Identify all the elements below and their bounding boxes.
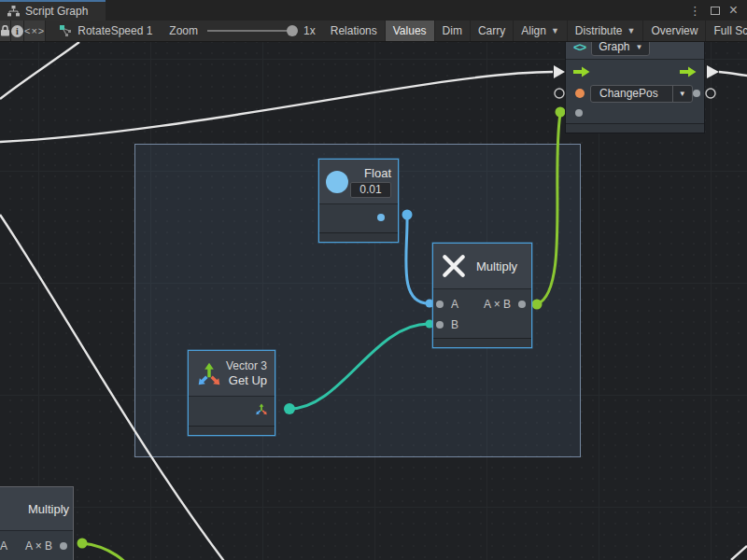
code-preview-button[interactable]: <×>: [24, 21, 46, 41]
node-header: Vector 3 Get Up: [189, 351, 275, 397]
vector3-axes-icon: [194, 358, 224, 388]
tab-bar: Script Graph ⋮ ×: [0, 0, 747, 21]
node-header: Multiply: [433, 244, 531, 289]
toolbar-button-distribute[interactable]: Distribute▼: [568, 21, 644, 41]
input-port-a[interactable]: [436, 301, 444, 308]
toolbar-button-fullscreen[interactable]: Full Screen: [706, 21, 747, 41]
node-title: Get Up: [229, 373, 267, 387]
wire-white-into-graph-node[interactable]: [0, 72, 553, 142]
output-port-row: [319, 207, 398, 228]
float-value-input[interactable]: 0.01: [350, 182, 391, 198]
chevron-down-icon[interactable]: ▼: [672, 86, 692, 102]
graph-reference-breadcrumb[interactable]: RotateSpeed 1: [59, 21, 152, 41]
node-float[interactable]: Float 0.01: [318, 159, 399, 243]
port-row-b: B: [433, 315, 531, 335]
lock-icon: [0, 25, 10, 36]
changepos-input-port[interactable]: [575, 89, 585, 98]
ports-section: [319, 204, 398, 230]
changepos-port-row: ChangePos ▼: [566, 83, 704, 104]
chevron-down-icon: ▼: [551, 26, 559, 35]
output-port[interactable]: [60, 542, 67, 550]
state-graph-icon: [59, 24, 72, 37]
window-close-icon[interactable]: ×: [729, 6, 738, 15]
float-value-icon: [326, 171, 348, 193]
port-row-a: A A × B: [433, 294, 531, 315]
flow-arrowhead-right[interactable]: [707, 65, 719, 78]
node-footer: [189, 426, 275, 435]
zoom-slider[interactable]: [207, 30, 296, 32]
wire-multiply2-output[interactable]: [82, 543, 142, 560]
node-header: <> Graph ▼: [566, 42, 704, 60]
wire-endpoint[interactable]: [556, 107, 566, 118]
graph-dropdown[interactable]: Graph ▼: [591, 42, 650, 56]
toolbar-button-carry[interactable]: Carry: [471, 21, 514, 41]
node-title: Multiply: [476, 259, 517, 273]
window-maximize-icon[interactable]: [711, 7, 720, 15]
toolbar-button-align[interactable]: Align▼: [514, 21, 568, 41]
script-graph-window: Script Graph ⋮ × i <×>: [0, 0, 747, 560]
chevron-down-icon: ▼: [627, 26, 636, 35]
node-vector3-get-up[interactable]: Vector 3 Get Up: [188, 350, 275, 436]
input-port[interactable]: [575, 109, 583, 117]
output-port[interactable]: [518, 301, 526, 308]
wire-endpoint[interactable]: [402, 210, 413, 220]
zoom-label: Zoom: [169, 24, 198, 37]
wire-endpoint[interactable]: [532, 300, 543, 310]
toolbar-button-values[interactable]: Values: [386, 21, 435, 41]
ports-section: [189, 397, 275, 421]
code-brackets-icon: <>: [573, 42, 585, 54]
node-multiply[interactable]: Multiply A A × B B: [432, 243, 532, 348]
ports-section: A A × B B: [433, 289, 531, 335]
float-output-port[interactable]: [377, 214, 385, 221]
toolbar-button-overview[interactable]: Overview: [643, 21, 706, 41]
zoom-control: Zoom 1x: [169, 21, 315, 41]
unconnected-port-right[interactable]: [706, 89, 715, 98]
output-port-row: [189, 399, 275, 419]
chevron-down-icon: ▼: [636, 43, 643, 51]
node-multiply-2[interactable]: Multiply A A × B: [0, 486, 74, 560]
graph-hierarchy-icon: [7, 6, 20, 17]
ports-section: A A × B: [0, 531, 73, 556]
changepos-dropdown[interactable]: ChangePos ▼: [590, 85, 693, 103]
graph-reference-label: RotateSpeed 1: [78, 24, 152, 37]
vector3-output-port-icon[interactable]: [254, 401, 269, 416]
graph-canvas[interactable]: <> Graph ▼ ChangePos ▼: [0, 42, 747, 560]
zoom-value: 1x: [303, 24, 316, 37]
flow-output-arrow-icon[interactable]: [680, 66, 697, 77]
flow-input-arrow-icon[interactable]: [573, 66, 590, 77]
zoom-slider-handle[interactable]: [287, 25, 298, 36]
wire-white-corner-tip[interactable]: [731, 546, 747, 560]
node-title: Multiply: [28, 502, 69, 516]
multiply-x-icon: [441, 253, 467, 279]
info-icon: i: [11, 25, 23, 37]
tab-title: Script Graph: [25, 5, 88, 18]
window-menu-icon[interactable]: ⋮: [689, 4, 701, 18]
input-port-b[interactable]: [436, 321, 444, 329]
flow-port-row: [566, 60, 704, 83]
wire-white-topleft[interactable]: [0, 42, 79, 99]
node-footer: [319, 232, 398, 242]
node-title: Float: [364, 166, 391, 180]
flow-arrowhead-left[interactable]: [554, 65, 565, 78]
window-controls: ⋮ ×: [689, 0, 747, 21]
port-row-a: A A × B: [0, 536, 73, 556]
node-graph-changepos[interactable]: <> Graph ▼ ChangePos ▼: [565, 42, 705, 133]
code-icon: <×>: [24, 25, 45, 36]
node-header: Multiply: [0, 487, 73, 531]
node-footer: [566, 123, 704, 133]
info-button[interactable]: i: [11, 21, 24, 41]
unconnected-port-left[interactable]: [555, 89, 564, 98]
changepos-output-port[interactable]: [693, 90, 700, 97]
lock-button[interactable]: [0, 21, 11, 41]
wire-white-out-of-graph-node[interactable]: [719, 72, 747, 76]
wire-endpoint[interactable]: [284, 403, 295, 414]
tab-script-graph[interactable]: Script Graph: [0, 0, 106, 21]
node-type-label: Vector 3: [226, 359, 267, 372]
graph-toolbar: i <×> RotateSpeed 1 Zoom 1x Relations Va…: [0, 21, 747, 42]
node-footer: [433, 338, 531, 347]
toolbar-button-relations[interactable]: Relations: [323, 21, 386, 41]
wire-endpoint[interactable]: [78, 539, 88, 549]
extra-port-row: [566, 104, 704, 122]
node-header: Float 0.01: [319, 160, 398, 204]
toolbar-button-dim[interactable]: Dim: [435, 21, 471, 41]
